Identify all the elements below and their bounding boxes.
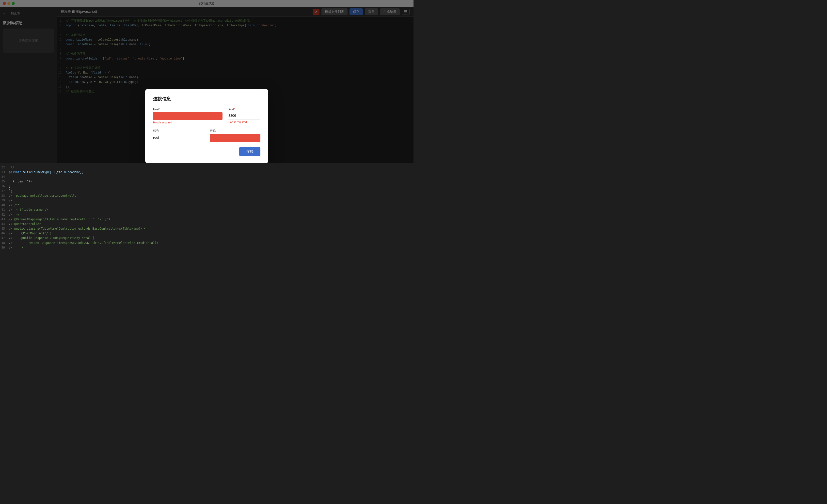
account-label: 账号 [153, 129, 204, 133]
form-row-account-password: 账号 密码 [153, 129, 260, 142]
password-label: 密码 [210, 129, 260, 133]
host-label: Host* [153, 108, 223, 111]
modal-title: 连接信息 [153, 96, 260, 102]
port-field: Port* Port is required [229, 108, 260, 124]
connection-modal: 连接信息 Host* Host is required Port* [145, 89, 268, 163]
form-actions: 连接 [153, 147, 260, 156]
port-label: Port* [229, 108, 260, 111]
password-input[interactable] [210, 134, 260, 142]
form-row-host-port: Host* Host is required Port* Port is req… [153, 108, 260, 124]
port-error-message: Port is required [229, 120, 260, 123]
host-error-message: Host is required [153, 121, 223, 124]
host-field: Host* Host is required [153, 108, 223, 124]
modal-overlay: 32 */ 33private ${field.newType} ${field… [0, 0, 414, 252]
host-input[interactable] [153, 112, 223, 120]
main-content: 模板编辑器(javascript) ✓ 模板文件列表 保存 重置 生成结果 ☰ … [57, 7, 414, 252]
account-field: 账号 [153, 129, 204, 142]
password-field: 密码 [210, 129, 260, 142]
connect-button[interactable]: 连接 [239, 147, 260, 156]
account-input[interactable] [153, 134, 204, 142]
port-input[interactable] [229, 112, 260, 119]
